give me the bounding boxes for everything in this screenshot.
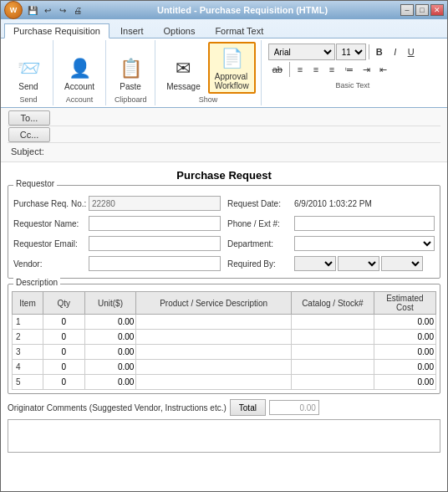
requestor-grid: Purchase Req. No.: Request Date: 6/9/201… [8,186,440,278]
department-select[interactable] [294,236,435,251]
send-button[interactable]: 📨 Send [9,53,48,94]
catalog-input-1[interactable] [292,330,374,344]
cost-cell-4 [374,375,435,390]
ribbon-group-account: 👤 Account Account [53,40,106,105]
underline-button[interactable]: U [404,44,419,60]
desc-input-3[interactable] [136,360,290,374]
catalog-input-3[interactable] [292,360,374,374]
redo-quick-btn[interactable]: ↪ [56,3,69,17]
send-group-items: 📨 Send [9,42,48,94]
purchase-req-no-row: Purchase Req. No.: [13,194,221,213]
qty-input-3[interactable] [43,360,84,374]
purchase-req-no-input[interactable] [89,196,221,211]
cc-input[interactable] [51,127,440,142]
request-date-label: Request Date: [227,199,294,208]
cc-button[interactable]: Cc... [8,127,50,142]
subject-label: Subject: [8,146,58,156]
catalog-input-4[interactable] [292,375,374,389]
desc-input-0[interactable] [136,315,290,329]
print-quick-btn[interactable]: 🖨 [71,3,84,17]
tab-insert[interactable]: Insert [111,23,153,38]
ribbon-group-show: ✉ Message 📄 ApprovalWorkflow Show [155,40,262,105]
format-separator-2 [289,62,290,77]
align-left-button[interactable]: ≡ [293,61,308,78]
italic-button[interactable]: I [388,44,403,60]
font-family-select[interactable]: Arial [268,44,335,60]
minimize-button[interactable]: – [400,4,414,16]
cost-input-1[interactable] [374,330,435,344]
cost-input-2[interactable] [374,345,435,359]
window-title: Untitled - Purchase Requisition (HTML) [84,5,400,15]
subject-input[interactable] [58,144,440,159]
cost-input-4[interactable] [374,375,435,389]
message-button[interactable]: ✉ Message [160,53,206,94]
requestor-email-input[interactable] [89,236,221,251]
align-right-button[interactable]: ≡ [324,61,339,78]
show-group-label: Show [199,95,218,104]
unit-cell-0 [84,315,136,330]
catalog-cell-3 [291,360,374,375]
indent-button[interactable]: ⇥ [359,61,374,78]
required-by-day-select[interactable] [338,256,379,271]
unit-input-4[interactable] [85,375,136,389]
description-table: Item Qty Unit($) Product / Service Descr… [12,291,436,390]
requestor-name-label: Requestor Name: [13,219,89,228]
qty-cell-0 [43,315,84,330]
required-by-month-select[interactable] [294,256,336,271]
total-button[interactable]: Total [230,399,266,416]
request-date-row: Request Date: 6/9/2010 1:03:22 PM [227,194,435,213]
cost-input-0[interactable] [374,315,435,329]
title-bar: W 💾 ↩ ↪ 🖨 Untitled - Purchase Requisitio… [1,1,447,19]
unit-cell-2 [84,345,136,360]
to-input[interactable] [51,110,440,126]
requestor-name-input[interactable] [89,216,221,231]
close-button[interactable]: ✕ [430,4,444,16]
strikethrough-button[interactable]: ab [268,61,287,78]
qty-input-4[interactable] [43,375,84,389]
vendor-row: Vendor: [13,254,221,273]
tab-format-text[interactable]: Format Text [206,23,272,38]
paste-button[interactable]: 📋 Paste [111,53,150,94]
catalog-input-0[interactable] [292,315,374,329]
account-label: Account [64,82,94,91]
qty-input-0[interactable] [43,315,84,329]
paste-label: Paste [120,82,141,91]
comments-textarea[interactable] [8,419,440,453]
align-center-button[interactable]: ≡ [308,61,323,78]
bullet-list-button[interactable]: ≔ [340,61,358,78]
account-icon: 👤 [66,55,93,82]
paste-icon: 📋 [117,55,144,82]
desc-input-4[interactable] [136,375,290,389]
message-label: Message [166,82,201,91]
tab-purchase-requisition[interactable]: Purchase Requisition [4,23,109,38]
desc-input-2[interactable] [136,345,290,359]
desc-cell-0 [136,315,291,330]
approval-workflow-button[interactable]: 📄 ApprovalWorkflow [208,42,256,94]
unit-input-2[interactable] [85,345,136,359]
title-left: W 💾 ↩ ↪ 🖨 [4,1,84,19]
vendor-input[interactable] [89,256,221,271]
save-quick-btn[interactable]: 💾 [26,3,39,17]
account-button[interactable]: 👤 Account [59,53,100,94]
to-button[interactable]: To... [8,110,50,126]
format-separator-1 [369,44,369,59]
undo-quick-btn[interactable]: ↩ [41,3,54,17]
unit-input-1[interactable] [85,330,136,344]
unit-input-3[interactable] [85,360,136,374]
outdent-button[interactable]: ⇤ [375,61,391,78]
bold-button[interactable]: B [372,44,387,60]
maximize-button[interactable]: □ [415,4,429,16]
item-cell-4: 5 [13,375,43,390]
unit-input-0[interactable] [85,315,136,329]
tab-options[interactable]: Options [154,23,204,38]
phone-ext-input[interactable] [294,216,435,231]
bottom-row: Originator Comments (Suggested Vendor, I… [8,399,440,416]
qty-input-1[interactable] [43,330,84,344]
catalog-input-2[interactable] [292,345,374,359]
office-button[interactable]: W [4,1,23,19]
required-by-year-select[interactable] [381,256,423,271]
cost-input-3[interactable] [374,360,435,374]
desc-input-1[interactable] [136,330,290,344]
qty-input-2[interactable] [43,345,84,359]
font-size-select[interactable]: 11 [336,44,366,60]
